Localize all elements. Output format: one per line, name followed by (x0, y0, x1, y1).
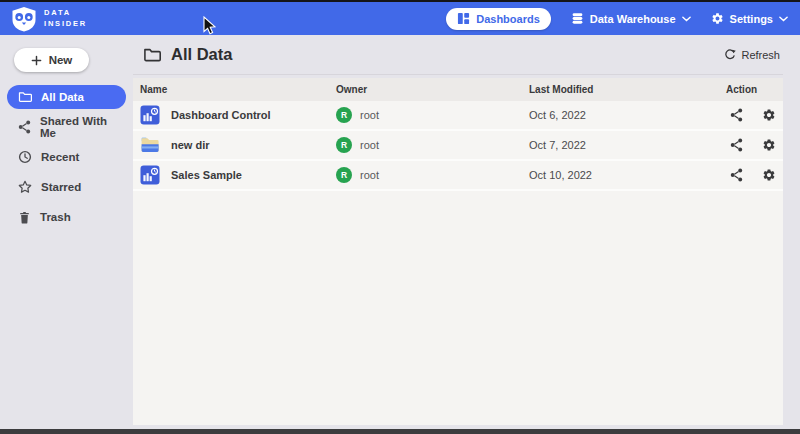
new-button[interactable]: New (14, 48, 89, 72)
sidebar-item-label: All Data (41, 91, 84, 103)
dashboards-label: Dashboards (476, 13, 540, 25)
owner-name: root (360, 109, 379, 121)
app-window: DATA INSIDER Dashboards Data Warehouse S… (0, 0, 800, 434)
owner-avatar: R (336, 137, 352, 153)
owner-avatar: R (336, 107, 352, 123)
sidebar-nav: All Data Shared With Me Recent Starred T… (0, 85, 133, 229)
data-warehouse-menu[interactable]: Data Warehouse (571, 12, 691, 25)
table-header-row: Name Owner Last Modified Action (133, 78, 783, 101)
new-button-label: New (49, 54, 73, 66)
gear-icon (762, 168, 776, 182)
sidebar-item-recent[interactable]: Recent (7, 145, 126, 169)
database-icon (571, 12, 584, 25)
file-name: Sales Sample (171, 169, 242, 181)
folder-icon (18, 90, 32, 104)
last-modified-date: Oct 6, 2022 (529, 109, 726, 121)
share-icon (18, 120, 31, 134)
gear-icon (711, 12, 724, 25)
share-button[interactable] (730, 168, 743, 182)
window-bottom-edge (0, 429, 800, 434)
sidebar-item-label: Trash (40, 211, 71, 223)
settings-button[interactable] (762, 138, 776, 152)
gear-icon (762, 108, 776, 122)
table-row[interactable]: Sales Sample R root Oct 10, 2022 (133, 161, 783, 191)
dashboard-grid-icon (457, 12, 470, 25)
file-name: new dir (171, 139, 210, 151)
table-row[interactable]: Dashboard Control R root Oct 6, 2022 (133, 101, 783, 131)
plus-icon (31, 55, 42, 66)
trash-icon (18, 211, 31, 224)
sidebar-item-starred[interactable]: Starred (7, 175, 126, 199)
column-header-owner: Owner (336, 84, 529, 95)
top-nav-menu: Dashboards Data Warehouse Settings (446, 8, 788, 30)
star-icon (18, 180, 32, 194)
main-content: All Data Refresh Name Owner Last Modifie… (133, 35, 800, 429)
file-name: Dashboard Control (171, 109, 271, 121)
file-table: Name Owner Last Modified Action Dashboar… (133, 78, 783, 425)
column-header-action: Action (726, 84, 783, 95)
top-navbar: DATA INSIDER Dashboards Data Warehouse S… (0, 2, 800, 35)
column-header-last-modified: Last Modified (529, 84, 726, 95)
chevron-down-icon (779, 16, 788, 22)
last-modified-date: Oct 7, 2022 (529, 139, 726, 151)
settings-label: Settings (730, 13, 773, 25)
column-header-name: Name (140, 84, 336, 95)
page-title: All Data (171, 45, 232, 64)
share-icon (730, 108, 743, 122)
owner-name: root (360, 139, 379, 151)
data-warehouse-label: Data Warehouse (590, 13, 676, 25)
owl-logo-icon (11, 6, 37, 32)
sidebar-item-label: Shared With Me (40, 115, 126, 139)
share-icon (730, 138, 743, 152)
content-header: All Data Refresh (133, 35, 783, 75)
share-icon (730, 168, 743, 182)
sidebar-item-label: Starred (41, 181, 81, 193)
sidebar-item-label: Recent (41, 151, 79, 163)
settings-button[interactable] (762, 108, 776, 122)
brand-logo: DATA INSIDER (11, 6, 87, 32)
sidebar-item-shared-with-me[interactable]: Shared With Me (7, 115, 126, 139)
last-modified-date: Oct 10, 2022 (529, 169, 726, 181)
share-button[interactable] (730, 138, 743, 152)
dashboard-file-icon (140, 105, 160, 125)
sidebar-item-all-data[interactable]: All Data (7, 85, 126, 109)
refresh-icon (724, 49, 736, 61)
table-row[interactable]: new dir R root Oct 7, 2022 (133, 131, 783, 161)
sidebar-item-trash[interactable]: Trash (7, 205, 126, 229)
refresh-label: Refresh (741, 49, 780, 61)
chevron-down-icon (682, 16, 691, 22)
dashboard-file-icon (140, 165, 160, 185)
share-button[interactable] (730, 108, 743, 122)
refresh-button[interactable]: Refresh (724, 49, 780, 61)
owner-avatar: R (336, 167, 352, 183)
brand-name: DATA INSIDER (44, 8, 87, 30)
settings-button[interactable] (762, 168, 776, 182)
clock-icon (18, 150, 32, 164)
folder-file-icon (140, 135, 160, 155)
folder-icon (143, 46, 161, 64)
settings-menu[interactable]: Settings (711, 12, 788, 25)
owner-name: root (360, 169, 379, 181)
brand-line1: DATA (44, 8, 87, 19)
dashboards-button[interactable]: Dashboards (446, 8, 551, 30)
sidebar: New All Data Shared With Me Recent Star (0, 35, 133, 429)
brand-line2: INSIDER (44, 19, 87, 30)
gear-icon (762, 138, 776, 152)
